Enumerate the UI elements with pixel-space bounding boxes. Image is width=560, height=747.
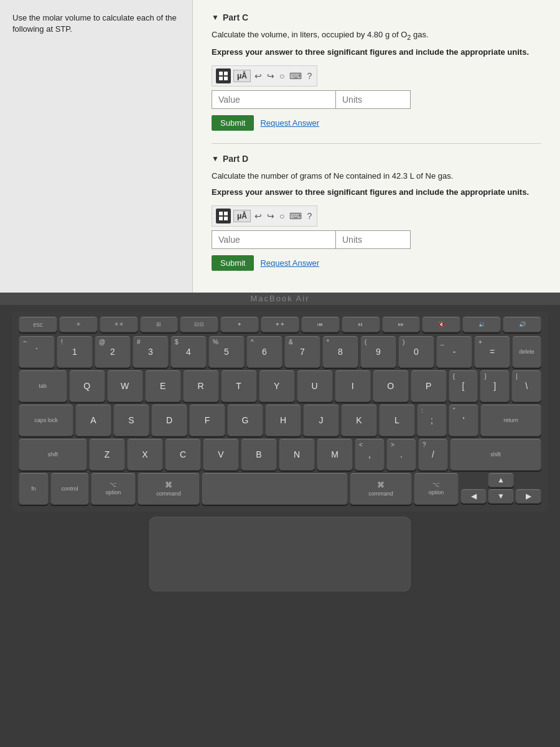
key-right[interactable]: ▶ (515, 489, 541, 504)
key-f7[interactable]: ⏮ (301, 316, 340, 332)
key-l[interactable]: L (379, 404, 415, 436)
key-2[interactable]: @2 (95, 336, 131, 368)
grid-icon-c[interactable] (216, 68, 231, 83)
key-c[interactable]: C (165, 438, 201, 471)
key-g[interactable]: G (227, 404, 263, 436)
key-slash[interactable]: ?/ (418, 438, 448, 471)
key-quote[interactable]: "' (449, 404, 478, 436)
key-f3[interactable]: ⊞ (140, 316, 179, 332)
key-ctrl[interactable]: control (50, 472, 89, 505)
key-f11[interactable]: 🔉 (462, 316, 501, 332)
key-tab[interactable]: tab (19, 370, 67, 402)
key-m[interactable]: M (317, 438, 353, 471)
key-f2[interactable]: ☀☀ (100, 316, 138, 332)
key-lbracket[interactable]: {[ (449, 370, 478, 402)
key-w[interactable]: W (107, 370, 143, 402)
key-y[interactable]: Y (259, 370, 295, 402)
key-f4[interactable]: ⊟⊟ (180, 316, 218, 332)
key-esc[interactable]: esc (19, 316, 57, 332)
key-e[interactable]: E (145, 370, 181, 402)
key-q[interactable]: Q (69, 370, 105, 402)
key-left[interactable]: ◀ (460, 489, 487, 504)
key-loption[interactable]: ⌥ option (91, 472, 136, 505)
key-rcommand[interactable]: ⌘ command (350, 472, 412, 505)
keyboard-btn-d[interactable]: ⌨ (288, 211, 303, 221)
key-u[interactable]: U (297, 370, 333, 402)
key-space[interactable] (202, 472, 348, 505)
undo-btn-c[interactable]: ↩ (253, 71, 263, 81)
key-a[interactable]: A (75, 404, 111, 436)
part-c-units-input[interactable] (336, 90, 411, 109)
key-f1[interactable]: ☀ (59, 316, 98, 332)
part-c-request-answer[interactable]: Request Answer (260, 118, 319, 128)
key-p[interactable]: P (411, 370, 447, 402)
key-f10[interactable]: 🔇 (422, 316, 460, 332)
key-period[interactable]: >. (386, 438, 416, 471)
redo-btn-c[interactable]: ↪ (266, 71, 276, 81)
key-3[interactable]: #3 (133, 336, 169, 368)
key-8[interactable]: *8 (322, 336, 358, 368)
key-o[interactable]: O (373, 370, 409, 402)
part-d-submit-button[interactable]: Submit (212, 255, 254, 271)
key-0[interactable]: )0 (398, 336, 434, 368)
keyboard-btn-c[interactable]: ⌨ (288, 71, 303, 81)
key-s[interactable]: S (113, 404, 149, 436)
key-9[interactable]: (9 (360, 336, 396, 368)
key-f8[interactable]: ⏯ (342, 316, 380, 332)
key-comma[interactable]: <, (355, 438, 385, 471)
key-t[interactable]: T (221, 370, 257, 402)
key-roption[interactable]: ⌥ option (414, 472, 459, 505)
part-d-value-input[interactable] (212, 230, 336, 249)
key-4[interactable]: $4 (170, 336, 207, 368)
mu-button-d[interactable]: μÅ (233, 210, 251, 222)
key-f5[interactable]: ✦ (220, 316, 259, 332)
key-f6[interactable]: ✦✦ (261, 316, 299, 332)
key-backslash[interactable]: |\ (511, 370, 541, 402)
key-backtick[interactable]: ~` (19, 336, 55, 368)
key-b[interactable]: B (241, 438, 277, 471)
key-f12[interactable]: 🔊 (503, 316, 541, 332)
key-7[interactable]: &7 (284, 336, 320, 368)
key-r[interactable]: R (183, 370, 219, 402)
key-x[interactable]: X (127, 438, 163, 471)
mu-button-c[interactable]: μÅ (233, 70, 251, 82)
key-lcommand[interactable]: ⌘ command (138, 472, 200, 505)
key-z[interactable]: Z (89, 438, 125, 471)
key-up[interactable]: ▲ (488, 472, 514, 487)
part-d-units-input[interactable] (336, 230, 411, 249)
key-h[interactable]: H (265, 404, 301, 436)
key-1[interactable]: !1 (57, 336, 93, 368)
key-rbracket[interactable]: }] (480, 370, 510, 402)
redo-btn-d[interactable]: ↪ (266, 211, 276, 221)
undo-btn-d[interactable]: ↩ (253, 211, 263, 221)
key-minus[interactable]: _- (436, 336, 472, 368)
part-c-submit-button[interactable]: Submit (212, 115, 254, 131)
key-rshift[interactable]: shift (450, 438, 541, 471)
key-fn[interactable]: fn (19, 472, 49, 505)
touchpad[interactable] (149, 517, 411, 591)
reset-btn-c[interactable]: ○ (278, 71, 286, 81)
key-d[interactable]: D (151, 404, 187, 436)
key-caps[interactable]: caps lock (19, 404, 73, 436)
key-delete[interactable]: delete (512, 336, 541, 368)
key-equals[interactable]: += (474, 336, 510, 368)
key-return[interactable]: return (480, 404, 541, 436)
key-5[interactable]: %5 (208, 336, 245, 368)
key-n[interactable]: N (279, 438, 315, 471)
help-btn-d[interactable]: ? (306, 211, 313, 221)
grid-icon-d[interactable] (216, 209, 231, 223)
part-d-request-answer[interactable]: Request Answer (260, 258, 319, 268)
key-down[interactable]: ▼ (488, 489, 514, 504)
key-semicolon[interactable]: :; (417, 404, 447, 436)
key-f[interactable]: F (189, 404, 225, 436)
key-j[interactable]: J (303, 404, 339, 436)
key-v[interactable]: V (203, 438, 239, 471)
key-k[interactable]: K (341, 404, 377, 436)
help-btn-c[interactable]: ? (306, 71, 313, 81)
key-f9[interactable]: ⏭ (382, 316, 421, 332)
key-6[interactable]: ^6 (246, 336, 282, 368)
part-c-value-input[interactable] (212, 90, 336, 109)
reset-btn-d[interactable]: ○ (278, 211, 286, 221)
key-lshift[interactable]: shift (19, 438, 87, 471)
key-i[interactable]: I (335, 370, 371, 402)
